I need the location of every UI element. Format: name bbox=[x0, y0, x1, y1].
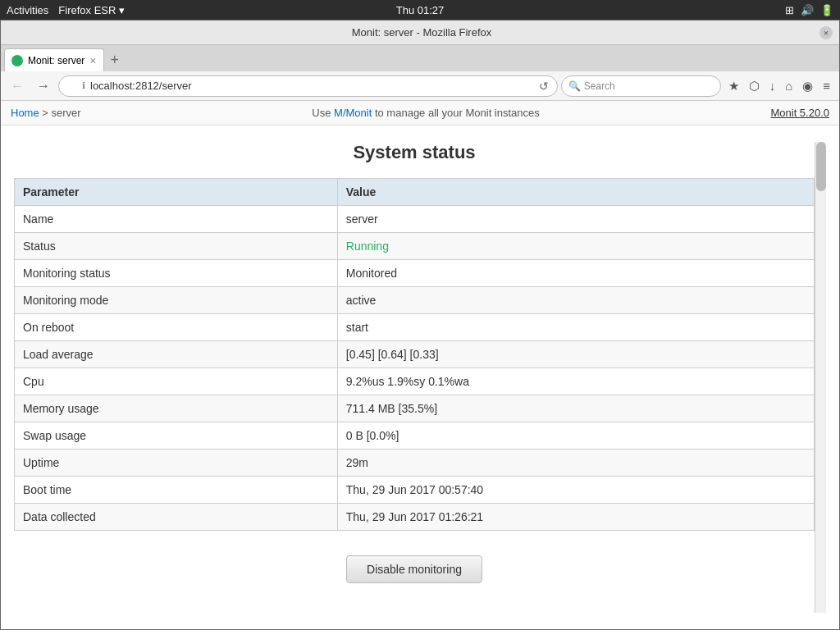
window-close-button[interactable]: × bbox=[819, 26, 833, 39]
table-row: Swap usage0 B [0.0%] bbox=[15, 422, 815, 450]
table-cell-value: server bbox=[337, 206, 814, 233]
tab-bar: Monit: server × + bbox=[1, 45, 839, 71]
firefox-window: Monit: server - Mozilla Firefox × Monit:… bbox=[0, 20, 840, 630]
back-button[interactable]: ← bbox=[6, 75, 29, 97]
table-cell-param: Monitoring status bbox=[15, 260, 338, 287]
table-cell-param: Swap usage bbox=[15, 422, 338, 450]
tab-favicon bbox=[11, 55, 23, 66]
title-bar: Monit: server - Mozilla Firefox × bbox=[1, 21, 839, 45]
breadcrumb-current: server bbox=[52, 107, 81, 119]
battery-icon: 🔋 bbox=[820, 4, 833, 16]
table-row: Nameserver bbox=[15, 206, 815, 233]
new-tab-button[interactable]: + bbox=[104, 48, 126, 71]
table-cell-param: Memory usage bbox=[15, 395, 338, 422]
scrollbar-thumb[interactable] bbox=[816, 142, 826, 191]
info-text-post: to manage all your Monit instances bbox=[375, 107, 540, 119]
table-cell-param: Uptime bbox=[15, 450, 338, 477]
table-row: Cpu9.2%us 1.9%sy 0.1%wa bbox=[15, 368, 815, 395]
search-bar[interactable]: 🔍 Search bbox=[561, 75, 721, 97]
home-button[interactable]: ⌂ bbox=[781, 76, 797, 95]
disable-monitoring-button[interactable]: Disable monitoring bbox=[346, 555, 482, 583]
table-cell-value: 9.2%us 1.9%sy 0.1%wa bbox=[337, 368, 814, 395]
breadcrumb-bar: Home > server Use M/Monit to manage all … bbox=[1, 101, 839, 126]
table-cell-param: Boot time bbox=[15, 477, 338, 504]
monit-version: Monit 5.20.0 bbox=[770, 107, 829, 119]
search-icon: 🔍 bbox=[568, 80, 581, 92]
table-cell-param: Name bbox=[15, 206, 338, 233]
table-cell-value: 29m bbox=[337, 450, 814, 477]
os-clock: Thu 01:27 bbox=[396, 4, 445, 16]
activities-label[interactable]: Activities bbox=[7, 4, 48, 16]
table-row: Load average[0.45] [0.64] [0.33] bbox=[15, 341, 815, 368]
table-cell-value: start bbox=[337, 314, 814, 341]
search-placeholder: Search bbox=[584, 80, 615, 92]
table-row: Memory usage711.4 MB [35.5%] bbox=[15, 395, 815, 422]
table-row: Boot timeThu, 29 Jun 2017 00:57:40 bbox=[15, 477, 815, 504]
menu-button[interactable]: ≡ bbox=[819, 76, 834, 95]
tab-label: Monit: server bbox=[28, 55, 84, 66]
reload-button[interactable]: ↺ bbox=[539, 80, 549, 93]
table-row: On rebootstart bbox=[15, 314, 815, 341]
main-content: System status Parameter Value Nameserver… bbox=[14, 142, 815, 613]
table-row: Monitoring statusMonitored bbox=[15, 260, 815, 287]
col-header-parameter: Parameter bbox=[15, 179, 338, 206]
table-cell-value: [0.45] [0.64] [0.33] bbox=[337, 341, 814, 368]
nav-actions: ★ ⬡ ↓ ⌂ ◉ ≡ bbox=[724, 76, 834, 96]
breadcrumb-home-link[interactable]: Home bbox=[11, 107, 39, 119]
table-row: Monitoring modeactive bbox=[15, 287, 815, 314]
table-cell-param: Status bbox=[15, 233, 338, 260]
browser-tab[interactable]: Monit: server × bbox=[4, 48, 104, 71]
monit-content: System status Parameter Value Nameserver… bbox=[14, 142, 815, 583]
table-cell-value: Monitored bbox=[337, 260, 814, 287]
tab-close-button[interactable]: × bbox=[89, 54, 96, 67]
breadcrumb: Home > server bbox=[11, 107, 81, 119]
status-table: Parameter Value NameserverStatusRunningM… bbox=[14, 178, 815, 531]
bookmark-button[interactable]: ★ bbox=[724, 76, 743, 96]
download-button[interactable]: ↓ bbox=[765, 76, 780, 95]
nav-bar: ← → ℹ localhost:2812/server ↺ 🔍 Search ★… bbox=[1, 71, 839, 101]
table-row: Data collectedThu, 29 Jun 2017 01:26:21 bbox=[15, 504, 815, 531]
table-row: Uptime29m bbox=[15, 450, 815, 477]
table-row: StatusRunning bbox=[15, 233, 815, 260]
table-cell-value: active bbox=[337, 287, 814, 314]
scrollbar-track[interactable] bbox=[815, 142, 826, 613]
table-cell-param: On reboot bbox=[15, 314, 338, 341]
table-cell-param: Data collected bbox=[15, 504, 338, 531]
volume-icon: 🔊 bbox=[801, 4, 814, 16]
forward-button[interactable]: → bbox=[32, 75, 55, 97]
page-title: System status bbox=[14, 142, 815, 163]
disable-btn-container: Disable monitoring bbox=[14, 555, 815, 583]
url-bar[interactable]: ℹ localhost:2812/server ↺ bbox=[58, 75, 558, 97]
breadcrumb-separator: > bbox=[42, 107, 48, 119]
table-cell-value: 711.4 MB [35.5%] bbox=[337, 395, 814, 422]
url-text: localhost:2812/server bbox=[90, 80, 192, 92]
info-text-pre: Use bbox=[312, 107, 334, 119]
table-cell-param: Monitoring mode bbox=[15, 287, 338, 314]
table-cell-param: Cpu bbox=[15, 368, 338, 395]
table-cell-value: Thu, 29 Jun 2017 00:57:40 bbox=[337, 477, 814, 504]
table-cell-param: Load average bbox=[15, 341, 338, 368]
col-header-value: Value bbox=[337, 179, 814, 206]
window-title: Monit: server - Mozilla Firefox bbox=[24, 26, 819, 39]
save-button[interactable]: ⬡ bbox=[745, 76, 764, 96]
network-icon: ⊞ bbox=[785, 4, 794, 16]
table-cell-value: 0 B [0.0%] bbox=[337, 422, 814, 450]
firefox-label[interactable]: Firefox ESR ▾ bbox=[58, 4, 125, 16]
table-cell-value: Thu, 29 Jun 2017 01:26:21 bbox=[337, 504, 814, 531]
security-icon: ℹ bbox=[82, 80, 85, 91]
table-cell-value: Running bbox=[337, 233, 814, 260]
pocket-button[interactable]: ◉ bbox=[798, 76, 817, 96]
os-topbar: Activities Firefox ESR ▾ Thu 01:27 ⊞ 🔊 🔋 bbox=[0, 0, 840, 20]
mmonit-link[interactable]: M/Monit bbox=[334, 107, 372, 119]
monit-info: Use M/Monit to manage all your Monit ins… bbox=[312, 107, 539, 119]
page-content: System status Parameter Value Nameserver… bbox=[1, 126, 839, 629]
